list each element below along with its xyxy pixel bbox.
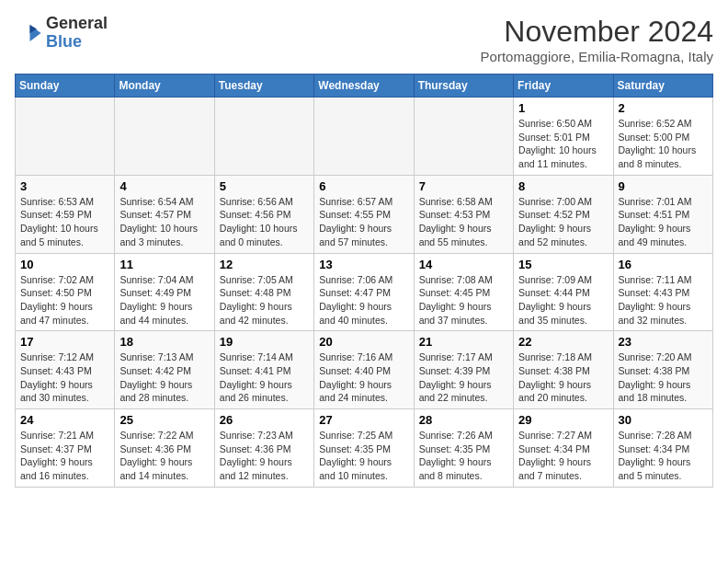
- day-number: 11: [119, 258, 209, 271]
- day-info: Sunrise: 7:00 AM Sunset: 4:52 PM Dayligh…: [518, 195, 608, 249]
- calendar-cell: [314, 98, 414, 176]
- calendar-cell: [214, 98, 313, 176]
- day-number: 7: [419, 179, 508, 193]
- calendar-cell: 29Sunrise: 7:27 AM Sunset: 4:34 PM Dayli…: [514, 409, 613, 488]
- calendar-cell: [115, 98, 214, 176]
- day-number: 2: [619, 101, 708, 115]
- day-number: 25: [119, 413, 209, 427]
- logo-blue: Blue: [46, 32, 82, 51]
- title-block: November 2024 Portomaggiore, Emilia-Roma…: [481, 15, 713, 64]
- day-info: Sunrise: 7:22 AM Sunset: 4:36 PM Dayligh…: [119, 429, 209, 483]
- calendar-cell: 5Sunrise: 6:56 AM Sunset: 4:56 PM Daylig…: [214, 175, 313, 253]
- col-sunday: Sunday: [16, 75, 115, 98]
- col-thursday: Thursday: [414, 75, 513, 98]
- day-number: 3: [20, 179, 109, 193]
- day-info: Sunrise: 6:50 AM Sunset: 5:01 PM Dayligh…: [518, 117, 608, 171]
- col-tuesday: Tuesday: [214, 75, 313, 98]
- day-number: 15: [518, 258, 608, 271]
- week-row-1: 1Sunrise: 6:50 AM Sunset: 5:01 PM Daylig…: [16, 98, 713, 176]
- day-number: 22: [518, 335, 608, 349]
- day-info: Sunrise: 7:12 AM Sunset: 4:43 PM Dayligh…: [20, 350, 109, 405]
- calendar-cell: 26Sunrise: 7:23 AM Sunset: 4:36 PM Dayli…: [214, 409, 313, 488]
- day-info: Sunrise: 7:16 AM Sunset: 4:40 PM Dayligh…: [319, 350, 408, 405]
- calendar-cell: 4Sunrise: 6:54 AM Sunset: 4:57 PM Daylig…: [115, 175, 214, 253]
- day-number: 12: [220, 258, 309, 271]
- day-number: 19: [220, 335, 309, 349]
- day-number: 4: [119, 179, 209, 193]
- day-number: 13: [319, 258, 408, 271]
- page-header: General Blue November 2024 Portomaggiore…: [15, 15, 713, 64]
- calendar-cell: [16, 98, 115, 176]
- day-number: 21: [419, 335, 508, 349]
- calendar-cell: 20Sunrise: 7:16 AM Sunset: 4:40 PM Dayli…: [314, 331, 414, 409]
- calendar-cell: 17Sunrise: 7:12 AM Sunset: 4:43 PM Dayli…: [16, 331, 115, 409]
- week-row-3: 10Sunrise: 7:02 AM Sunset: 4:50 PM Dayli…: [16, 253, 713, 331]
- day-number: 30: [619, 413, 708, 427]
- logo: General Blue: [15, 15, 108, 52]
- day-info: Sunrise: 7:02 AM Sunset: 4:50 PM Dayligh…: [20, 273, 109, 327]
- calendar-cell: 10Sunrise: 7:02 AM Sunset: 4:50 PM Dayli…: [16, 253, 115, 331]
- calendar-cell: 3Sunrise: 6:53 AM Sunset: 4:59 PM Daylig…: [16, 175, 115, 253]
- calendar-cell: 8Sunrise: 7:00 AM Sunset: 4:52 PM Daylig…: [514, 175, 613, 253]
- location-subtitle: Portomaggiore, Emilia-Romagna, Italy: [481, 49, 713, 64]
- calendar-cell: 24Sunrise: 7:21 AM Sunset: 4:37 PM Dayli…: [16, 409, 115, 488]
- day-info: Sunrise: 6:52 AM Sunset: 5:00 PM Dayligh…: [619, 117, 708, 171]
- day-info: Sunrise: 7:06 AM Sunset: 4:47 PM Dayligh…: [319, 273, 408, 327]
- day-number: 10: [20, 258, 109, 271]
- day-number: 6: [319, 179, 408, 193]
- day-number: 24: [20, 413, 109, 427]
- day-info: Sunrise: 7:27 AM Sunset: 4:34 PM Dayligh…: [518, 429, 608, 483]
- day-info: Sunrise: 6:57 AM Sunset: 4:55 PM Dayligh…: [319, 195, 408, 249]
- day-number: 16: [619, 258, 708, 271]
- day-info: Sunrise: 7:28 AM Sunset: 4:34 PM Dayligh…: [619, 429, 708, 483]
- day-number: 5: [220, 179, 309, 193]
- calendar-cell: 19Sunrise: 7:14 AM Sunset: 4:41 PM Dayli…: [214, 331, 313, 409]
- col-friday: Friday: [514, 75, 613, 98]
- day-number: 17: [20, 335, 109, 349]
- calendar-cell: 22Sunrise: 7:18 AM Sunset: 4:38 PM Dayli…: [514, 331, 613, 409]
- calendar-cell: 13Sunrise: 7:06 AM Sunset: 4:47 PM Dayli…: [314, 253, 414, 331]
- day-number: 1: [518, 101, 608, 115]
- day-info: Sunrise: 7:04 AM Sunset: 4:49 PM Dayligh…: [119, 273, 209, 327]
- day-info: Sunrise: 7:13 AM Sunset: 4:42 PM Dayligh…: [119, 350, 209, 405]
- day-info: Sunrise: 7:14 AM Sunset: 4:41 PM Dayligh…: [220, 350, 309, 405]
- calendar-cell: 30Sunrise: 7:28 AM Sunset: 4:34 PM Dayli…: [613, 409, 712, 488]
- day-info: Sunrise: 7:25 AM Sunset: 4:35 PM Dayligh…: [319, 429, 408, 483]
- day-info: Sunrise: 6:54 AM Sunset: 4:57 PM Dayligh…: [119, 195, 209, 249]
- calendar-header-row: Sunday Monday Tuesday Wednesday Thursday…: [16, 75, 713, 98]
- calendar-cell: 18Sunrise: 7:13 AM Sunset: 4:42 PM Dayli…: [115, 331, 214, 409]
- day-info: Sunrise: 7:26 AM Sunset: 4:35 PM Dayligh…: [419, 429, 508, 483]
- day-number: 18: [119, 335, 209, 349]
- calendar-cell: 16Sunrise: 7:11 AM Sunset: 4:43 PM Dayli…: [613, 253, 712, 331]
- day-number: 28: [419, 413, 508, 427]
- day-info: Sunrise: 6:53 AM Sunset: 4:59 PM Dayligh…: [20, 195, 109, 249]
- day-number: 23: [619, 335, 708, 349]
- calendar-cell: 27Sunrise: 7:25 AM Sunset: 4:35 PM Dayli…: [314, 409, 414, 488]
- day-info: Sunrise: 6:56 AM Sunset: 4:56 PM Dayligh…: [220, 195, 309, 249]
- calendar-cell: 14Sunrise: 7:08 AM Sunset: 4:45 PM Dayli…: [414, 253, 513, 331]
- calendar-cell: 28Sunrise: 7:26 AM Sunset: 4:35 PM Dayli…: [414, 409, 513, 488]
- day-info: Sunrise: 7:17 AM Sunset: 4:39 PM Dayligh…: [419, 350, 508, 405]
- day-number: 27: [319, 413, 408, 427]
- calendar-cell: 21Sunrise: 7:17 AM Sunset: 4:39 PM Dayli…: [414, 331, 513, 409]
- week-row-2: 3Sunrise: 6:53 AM Sunset: 4:59 PM Daylig…: [16, 175, 713, 253]
- calendar-cell: 6Sunrise: 6:57 AM Sunset: 4:55 PM Daylig…: [314, 175, 414, 253]
- day-info: Sunrise: 7:11 AM Sunset: 4:43 PM Dayligh…: [619, 273, 708, 327]
- day-info: Sunrise: 6:58 AM Sunset: 4:53 PM Dayligh…: [419, 195, 508, 249]
- day-number: 14: [419, 258, 508, 271]
- day-number: 9: [619, 179, 708, 193]
- day-number: 26: [220, 413, 309, 427]
- calendar-cell: 12Sunrise: 7:05 AM Sunset: 4:48 PM Dayli…: [214, 253, 313, 331]
- logo-general: General: [46, 14, 108, 32]
- day-info: Sunrise: 7:18 AM Sunset: 4:38 PM Dayligh…: [518, 350, 608, 405]
- day-info: Sunrise: 7:05 AM Sunset: 4:48 PM Dayligh…: [220, 273, 309, 327]
- col-wednesday: Wednesday: [314, 75, 414, 98]
- logo-text: General Blue: [46, 15, 108, 52]
- week-row-5: 24Sunrise: 7:21 AM Sunset: 4:37 PM Dayli…: [16, 409, 713, 488]
- day-info: Sunrise: 7:08 AM Sunset: 4:45 PM Dayligh…: [419, 273, 508, 327]
- day-info: Sunrise: 7:01 AM Sunset: 4:51 PM Dayligh…: [619, 195, 708, 249]
- calendar-cell: 15Sunrise: 7:09 AM Sunset: 4:44 PM Dayli…: [514, 253, 613, 331]
- calendar-cell: [414, 98, 513, 176]
- day-number: 29: [518, 413, 608, 427]
- logo-icon: [15, 19, 42, 47]
